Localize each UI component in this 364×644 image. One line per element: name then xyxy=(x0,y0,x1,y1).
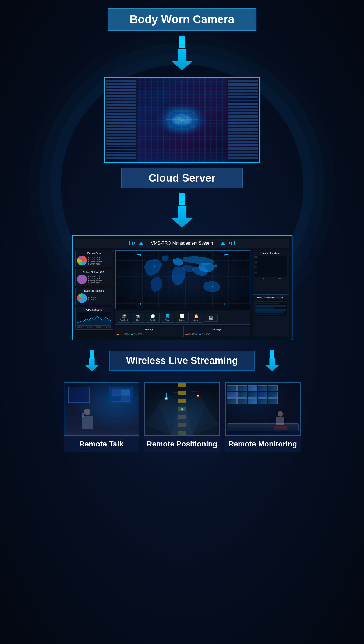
device-type-pie xyxy=(77,256,87,265)
remote-positioning-label: Remote Positioning xyxy=(147,440,217,448)
screen-wall xyxy=(227,385,278,404)
bottom-cards: Remote Talk xyxy=(64,382,301,452)
svg-text:🔒: 🔒 xyxy=(178,117,181,119)
data-icon: 🗄 xyxy=(165,314,169,318)
wireless-label: Wireless Live Streaming xyxy=(126,355,238,366)
report-button[interactable]: 📊 Report xyxy=(175,313,189,323)
live-icon: 📷 xyxy=(136,314,140,318)
remote-monitoring-label-box: Remote Monitoring xyxy=(225,436,301,452)
report-icon: 📊 xyxy=(179,314,184,318)
body-worn-camera-title-box: Body Worn Camera xyxy=(108,8,256,31)
realtime-alarm-title: Real-time Alarm Information xyxy=(255,296,287,299)
monitor-button[interactable]: 💻 xyxy=(204,314,218,322)
vms-dashboard: VMS-PRO Management System Device Type xyxy=(72,235,292,340)
remote-monitoring-image xyxy=(225,382,301,436)
conduct-label: Conduct xyxy=(120,319,128,321)
wireless-label-box: Wireless Live Streaming xyxy=(109,351,255,371)
remote-monitoring-label: Remote Monitoring xyxy=(228,440,297,448)
wireless-section: Wireless Live Streaming xyxy=(5,350,359,371)
svg-point-31 xyxy=(197,395,199,397)
live-button[interactable]: 📷 Live xyxy=(132,313,145,323)
server-image: 🔒 📡 📷 xyxy=(104,77,260,163)
arrow-down-1 xyxy=(171,36,193,72)
business-relation-title: Business Relation xyxy=(77,290,111,292)
arrow-right-wireless xyxy=(265,350,279,371)
svg-point-19 xyxy=(154,266,155,267)
remote-talk-card: Remote Talk xyxy=(64,382,139,452)
cloud-server-label: Cloud Server xyxy=(149,172,215,184)
storage-title: Storage xyxy=(185,328,249,331)
memory-title: Memory xyxy=(117,328,180,331)
svg-point-20 xyxy=(176,261,178,262)
alarm-labels: SOS Face xyxy=(255,278,287,280)
svg-text:📡: 📡 xyxy=(181,119,183,122)
remote-monitoring-card: Remote Monitoring xyxy=(225,382,301,452)
storage-card: Storage Used 25G xyxy=(183,326,250,337)
device-type-legend: 4G Camera 5G Camera Safety Helmet Other … xyxy=(88,256,102,265)
monitor-icon: 💻 xyxy=(208,315,213,320)
realtime-alarm-panel: Real-time Alarm Information xyxy=(253,294,289,337)
vms-stats-bar: Memory Used 30% xyxy=(115,326,250,337)
alarm-statistics-title: Alarm Statistics xyxy=(255,252,287,255)
vms-center-panel: 🎬 Conduct 📷 Live 🕐 Track 🗄 Data xyxy=(115,250,250,337)
world-map xyxy=(115,250,250,309)
device-type-title: Device Type xyxy=(77,252,111,255)
svg-point-21 xyxy=(203,266,204,267)
vms-left-panel: Device Type 4G Camera 5G Camera Safety H… xyxy=(75,250,113,337)
arrow-down-2 xyxy=(171,193,193,229)
business-relation-legend: DEMO Others xyxy=(88,296,96,300)
memory-free-legend: Free 70% xyxy=(131,333,142,335)
realtime-alarm-content xyxy=(255,300,287,316)
cpu-statistics-panel: CPU Statistics xyxy=(75,307,113,330)
remote-positioning-card: Remote Positioning xyxy=(144,382,220,452)
data-label: Data xyxy=(165,319,169,321)
svg-text:📷: 📷 xyxy=(183,117,186,119)
vms-header: VMS-PRO Management System xyxy=(75,239,289,248)
device-type-panel: Device Type 4G Camera 5G Camera Safety H… xyxy=(75,250,113,267)
remote-talk-label: Remote Talk xyxy=(79,440,123,448)
arrow-left-wireless xyxy=(85,350,99,371)
track-icon: 🕐 xyxy=(150,314,155,318)
online-statistics-pie xyxy=(77,275,87,284)
storage-used-legend: Used 25G xyxy=(185,333,197,335)
report-label: Report xyxy=(178,319,185,321)
svg-point-29 xyxy=(165,398,167,399)
data-button[interactable]: 🗄 Data xyxy=(161,313,174,323)
remote-talk-label-box: Remote Talk xyxy=(64,436,139,452)
business-relation-panel: Business Relation DEMO Others xyxy=(75,288,113,305)
track-button[interactable]: 🕐 Track xyxy=(146,313,160,323)
memory-card: Memory Used 30% xyxy=(115,326,182,337)
vms-right-panel: Alarm Statistics 0.8 0.6 0.4 0.2 xyxy=(253,250,289,337)
vms-title: VMS-PRO Management System xyxy=(151,241,213,246)
live-label: Live xyxy=(136,319,140,321)
conduct-icon: 🎬 xyxy=(121,314,126,318)
cpu-statistics-title: CPU Statistics xyxy=(77,308,111,311)
track-label: Track xyxy=(150,319,156,321)
storage-free-legend: Free 47G xyxy=(199,333,210,335)
cpu-chart xyxy=(77,312,111,326)
body-worn-camera-title: Body Worn Camera xyxy=(130,13,234,26)
remote-talk-image xyxy=(64,382,139,436)
memory-used-legend: Used 30% xyxy=(117,333,129,335)
svg-point-22 xyxy=(212,286,213,287)
online-statistics-legend: 4G Camera 5G Camera Safety Helmet Other … xyxy=(88,275,102,284)
online-statistics-panel: Online Statistics(1/5) 4G Camera 5G Came… xyxy=(75,269,113,286)
alarm-statistics-panel: Alarm Statistics 0.8 0.6 0.4 0.2 xyxy=(253,250,289,293)
business-relation-pie xyxy=(77,293,87,303)
conduct-button[interactable]: 🎬 Conduct xyxy=(117,313,130,323)
remote-positioning-image xyxy=(144,382,220,436)
vms-toolbar: 🎬 Conduct 📷 Live 🕐 Track 🗄 Data xyxy=(115,311,250,325)
alarm-chart: 0.8 0.6 0.4 0.2 xyxy=(255,256,287,277)
cloud-server-label-box: Cloud Server xyxy=(121,168,243,188)
alarm-button[interactable]: 🔔 Alarm xyxy=(190,313,203,323)
svg-marker-18 xyxy=(77,316,111,325)
remote-positioning-label-box: Remote Positioning xyxy=(144,436,220,452)
svg-point-33 xyxy=(181,409,183,410)
online-statistics-title: Online Statistics(1/5) xyxy=(77,271,111,273)
alarm-icon: 🔔 xyxy=(194,314,199,318)
alarm-label: Alarm xyxy=(193,319,199,321)
